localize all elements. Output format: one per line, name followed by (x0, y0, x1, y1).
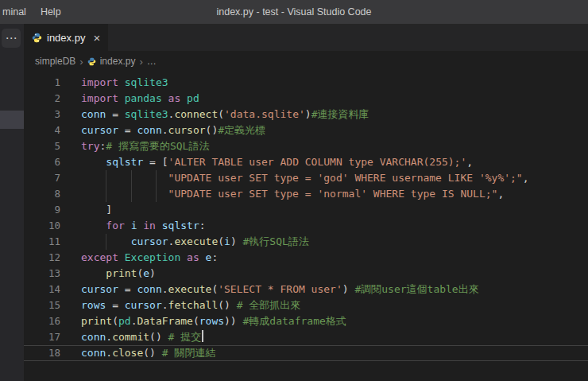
menu-help[interactable]: Help (33, 0, 68, 24)
indent-guide (131, 170, 132, 186)
breadcrumb-file[interactable]: index.py (100, 56, 136, 67)
line-number: 10 (24, 218, 60, 234)
activity-bar: ⋯ (0, 24, 24, 381)
title-bar: minal Help index.py - test - Visual Stud… (0, 0, 588, 24)
code-line-14[interactable]: 14cursor = conn.execute('SELECT * FROM u… (24, 282, 588, 297)
python-file-icon (87, 57, 96, 66)
code-editor[interactable]: 1import sqlite32import pandas as pd3conn… (24, 72, 588, 381)
line-number: 1 (24, 75, 60, 91)
code-line-7[interactable]: 7 "UPDATE user SET type = 'god' WHERE us… (24, 170, 588, 186)
tab-label: index.py (47, 32, 85, 44)
chevron-right-icon: › (79, 56, 83, 68)
line-number: 17 (24, 329, 60, 345)
line-number: 4 (24, 122, 60, 138)
code-line-4[interactable]: 4cursor = conn.cursor()#定義光標 (24, 122, 588, 138)
line-number: 9 (24, 202, 60, 218)
line-number: 7 (24, 170, 60, 186)
menu-bar: minal Help (0, 0, 68, 24)
line-number: 13 (24, 266, 60, 282)
breadcrumb-folder[interactable]: simpleDB (35, 56, 75, 67)
indent-guide (156, 186, 157, 202)
python-file-icon (32, 33, 42, 43)
breadcrumb: simpleDB › index.py › … (24, 51, 588, 72)
window-title: index.py - test - Visual Studio Code (0, 6, 588, 17)
line-number: 5 (24, 138, 60, 154)
more-actions-icon[interactable]: ⋯ (2, 29, 21, 48)
code-line-10[interactable]: 10 for i in sqlstr: (24, 218, 588, 234)
line-number: 2 (24, 91, 60, 107)
tab-bar: index.py × (24, 24, 588, 51)
code-line-17[interactable]: 17conn.commit() # 提交 (24, 329, 588, 345)
editor-group: index.py × simpleDB › index.py › … 1impo… (24, 24, 588, 381)
chevron-right-icon: › (139, 56, 142, 68)
line-number: 15 (24, 297, 60, 313)
indent-guide (106, 234, 106, 250)
breadcrumb-symbol[interactable]: … (147, 56, 157, 67)
vscode-window: minal Help index.py - test - Visual Stud… (0, 0, 588, 381)
activity-bar-highlight (0, 111, 24, 129)
text-cursor (202, 330, 203, 342)
code-line-3[interactable]: 3conn = sqlite3.connect('data.sqlite')#連… (24, 107, 588, 122)
code-line-2[interactable]: 2import pandas as pd (24, 91, 588, 107)
tab-index-py[interactable]: index.py × (24, 24, 108, 51)
line-number: 3 (24, 107, 60, 122)
code-line-6[interactable]: 6 sqlstr = ['ALTER TABLE user ADD COLUMN… (24, 154, 588, 170)
code-line-5[interactable]: 5try:# 撰寫需要的SQL語法 (24, 138, 588, 154)
indent-guide (131, 186, 132, 202)
code-line-11[interactable]: 11 cursor.execute(i) #執行SQL語法 (24, 234, 588, 250)
indent-guide (106, 186, 106, 202)
code-line-9[interactable]: 9 ] (24, 202, 588, 218)
indent-guide (106, 170, 106, 186)
line-number: 6 (24, 154, 60, 170)
indent-guide (156, 170, 157, 186)
close-tab-icon[interactable]: × (93, 32, 100, 44)
code-area[interactable]: 1import sqlite32import pandas as pd3conn… (24, 72, 588, 361)
code-line-16[interactable]: 16print(pd.DataFrame(rows)) #轉成dataframe… (24, 313, 588, 329)
line-number: 12 (24, 250, 60, 266)
line-number: 11 (24, 234, 60, 250)
line-number: 16 (24, 313, 60, 329)
line-number: 14 (24, 282, 60, 297)
code-line-1[interactable]: 1import sqlite3 (24, 75, 588, 91)
code-line-18[interactable]: 18conn.close() # 關閉連結 (24, 345, 588, 361)
line-number: 8 (24, 186, 60, 202)
code-line-8[interactable]: 8 "UPDATE user SET type = 'normal' WHERE… (24, 186, 588, 202)
code-line-12[interactable]: 12except Exception as e: (24, 250, 588, 266)
line-number: 18 (24, 345, 60, 361)
code-line-13[interactable]: 13 print(e) (24, 266, 588, 282)
code-line-15[interactable]: 15rows = cursor.fetchall() # 全部抓出來 (24, 297, 588, 313)
menu-terminal[interactable]: minal (0, 0, 33, 24)
